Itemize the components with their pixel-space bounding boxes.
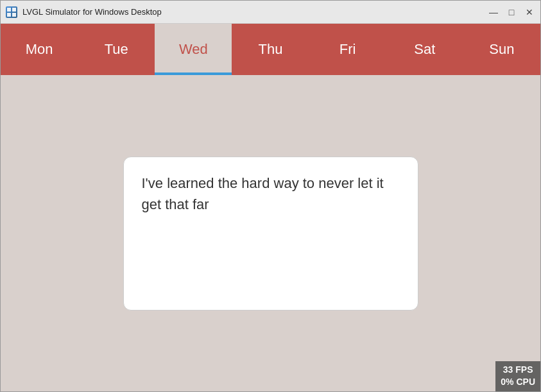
window-controls: — □ ✕ — [488, 6, 535, 18]
svg-rect-2 — [7, 13, 11, 17]
svg-rect-3 — [12, 13, 16, 17]
main-content: I've learned the hard way to never let i… — [1, 75, 540, 391]
tab-sun[interactable]: Sun — [463, 24, 540, 75]
text-card: I've learned the hard way to never let i… — [123, 157, 418, 311]
tab-fri[interactable]: Fri — [309, 24, 386, 75]
svg-rect-0 — [7, 8, 11, 12]
close-button[interactable]: ✕ — [524, 6, 535, 18]
maximize-button[interactable]: □ — [506, 6, 517, 18]
tab-thu[interactable]: Thu — [232, 24, 309, 75]
tab-tue[interactable]: Tue — [78, 24, 155, 75]
window-title: LVGL Simulator for Windows Desktop — [22, 7, 488, 17]
tab-mon[interactable]: Mon — [1, 24, 78, 75]
fps-overlay: 33 FPS 0% CPU — [495, 361, 540, 391]
window: LVGL Simulator for Windows Desktop — □ ✕… — [0, 0, 541, 392]
tab-bar: Mon Tue Wed Thu Fri Sat Sun — [1, 24, 540, 75]
tab-wed[interactable]: Wed — [155, 24, 232, 75]
fps-value: 33 FPS — [501, 364, 535, 377]
app-icon — [6, 6, 17, 18]
minimize-button[interactable]: — — [488, 6, 499, 18]
tab-sat[interactable]: Sat — [386, 24, 463, 75]
title-bar: LVGL Simulator for Windows Desktop — □ ✕ — [1, 1, 540, 24]
svg-rect-1 — [12, 8, 16, 12]
cpu-value: 0% CPU — [501, 376, 535, 389]
card-text: I've learned the hard way to never let i… — [142, 173, 400, 215]
